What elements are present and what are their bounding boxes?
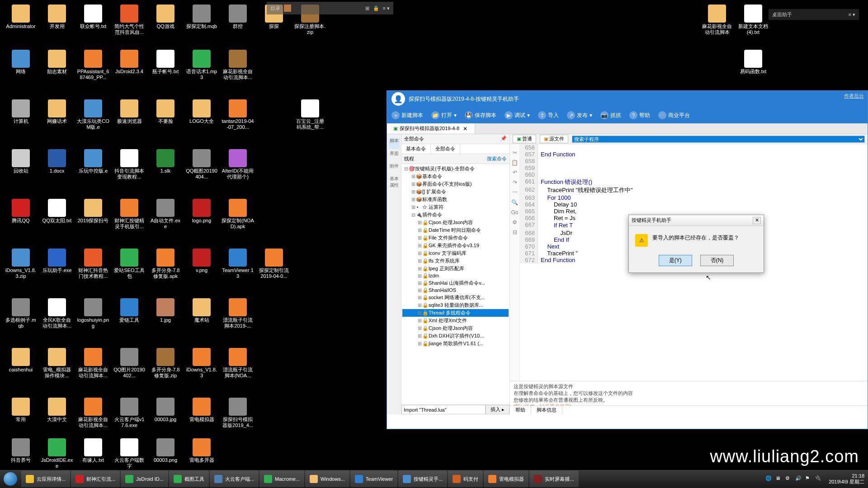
desktop-icon[interactable]: 瓶子帐号.txt bbox=[149, 50, 182, 75]
desktop-icon[interactable]: 爱站SEO工具包 bbox=[113, 249, 146, 279]
desktop-icon[interactable]: QQ双太阳.txt bbox=[41, 199, 73, 224]
toolbar-button[interactable]: 📷抓抓 bbox=[600, 111, 621, 119]
desktop-icon[interactable]: 爱链工具 bbox=[113, 298, 146, 323]
desktop-icon[interactable]: logo.png bbox=[185, 199, 218, 224]
desktop-icon[interactable]: PPAssistant_687469_PP... bbox=[77, 50, 109, 80]
tool-icon[interactable]: 🔍 bbox=[511, 199, 519, 206]
desktop-icon[interactable]: TeamViewer 13 bbox=[222, 249, 254, 279]
desktop-icon[interactable]: 探探定制(NOAD).apk bbox=[222, 199, 254, 230]
tree-item[interactable]: ⊞🔒Dxh DXH识字插件(V10... bbox=[402, 332, 509, 340]
desktop-icon[interactable]: 极速浏览器 bbox=[113, 99, 146, 124]
desktop-icon[interactable]: tantan2019-04-07_200... bbox=[222, 99, 254, 130]
yes-button[interactable]: 是(Y) bbox=[659, 255, 692, 266]
taskbar-item[interactable]: 云应用详情... bbox=[21, 471, 70, 487]
tree-item[interactable]: ⊞🔒iconv 文字编码库 bbox=[402, 249, 509, 257]
tree-item[interactable]: ⊞📦标准库函数 bbox=[402, 196, 509, 203]
desktop-icon[interactable]: 群控 bbox=[222, 5, 254, 29]
tree-item[interactable]: ⊞⋆☆ 运算符 bbox=[402, 203, 509, 211]
desktop-icon[interactable]: 百宝云_注册码系统_帮... bbox=[294, 99, 326, 130]
desktop-icon[interactable]: 00003.png bbox=[149, 438, 182, 463]
desktop-icon[interactable]: QQ图片20190402... bbox=[113, 348, 146, 379]
lock-icon[interactable]: 🔒 bbox=[373, 5, 379, 11]
tree-item[interactable]: ⊟🔌插件命令 bbox=[402, 211, 509, 219]
desktop-icon[interactable]: 开发用 bbox=[41, 5, 73, 29]
desktop-icon[interactable]: 1.jpg bbox=[149, 298, 182, 323]
tool-icon[interactable]: 〰 bbox=[511, 189, 519, 197]
desktop-icon[interactable]: 网络 bbox=[5, 50, 37, 75]
desktop-icon[interactable]: Administrator bbox=[5, 5, 37, 29]
toolbar-button[interactable]: ⇪导入 bbox=[538, 111, 559, 119]
desktop-icon[interactable]: 雷电_模拟器操作模块... bbox=[41, 348, 73, 379]
tool-icon[interactable]: ⚙ bbox=[511, 219, 519, 226]
desktop-icon[interactable]: 麻花影视全自动引流脚本... bbox=[222, 50, 254, 80]
leftnav-item[interactable]: 附件 bbox=[389, 163, 400, 174]
file-tab[interactable]: ▣ 探探扫号模拟器版2019-4-8 ✕ bbox=[387, 123, 475, 134]
tray-icon[interactable]: 🔌 bbox=[815, 475, 822, 483]
tray-icon[interactable]: 🌐 bbox=[765, 475, 773, 483]
status-help[interactable]: 帮助 bbox=[510, 406, 531, 414]
desktop-icon[interactable]: 抖音引流脚本变现教程... bbox=[113, 149, 146, 180]
search-cmd-link[interactable]: 搜索命令 bbox=[487, 155, 507, 162]
tree-item[interactable]: ⊞🔒lzdm bbox=[402, 272, 509, 279]
tree-item[interactable]: ⊞🔒jiange 简歌插件V1.61 (... bbox=[402, 340, 509, 347]
tree-item[interactable]: ⊞🔒Thread 多线程命令 bbox=[402, 309, 509, 317]
no-button[interactable]: 否(N) bbox=[700, 255, 734, 266]
desktop-icon[interactable]: 励志素材 bbox=[41, 50, 73, 75]
author-backend-link[interactable]: 作者后台 bbox=[844, 93, 864, 99]
start-button[interactable] bbox=[0, 470, 21, 488]
tool-icon[interactable]: 📋 bbox=[511, 160, 519, 167]
tree-item[interactable]: ⊞📦界面命令(不支持ios版) bbox=[402, 180, 509, 188]
desktop-icon[interactable]: logoshuiyin.png bbox=[77, 298, 109, 329]
desktop-icon[interactable]: 魔术站 bbox=[185, 298, 218, 323]
tab-basic-cmd[interactable]: 基本命令 bbox=[401, 144, 431, 154]
desktop-icon[interactable]: 财神汇按键精灵手机版引... bbox=[113, 199, 146, 230]
dialog-close-button[interactable]: ✕ bbox=[753, 217, 761, 224]
tray-icon[interactable]: 🖥 bbox=[775, 475, 783, 483]
desktop-icon[interactable]: 探探扫号模拟器版2019_4... bbox=[222, 398, 254, 428]
desktop-icon[interactable]: 1.slk bbox=[149, 149, 182, 174]
tree-item[interactable]: ⊞🔒GK 果壳插件命令v3.19 bbox=[402, 242, 509, 249]
toolbar-button[interactable]: ↗发布▾ bbox=[567, 111, 592, 119]
desktop-icon[interactable]: 探探定制.mqb bbox=[185, 5, 218, 29]
desktop-icon[interactable]: 网赚话术 bbox=[41, 99, 73, 124]
top-menu-bar[interactable]: 目录 ⊞ 🔒 ≡ ▾ bbox=[267, 2, 393, 14]
sub-search-select[interactable]: 搜索子程序 bbox=[572, 136, 865, 143]
desktop-icon[interactable]: 大漠中文 bbox=[41, 398, 73, 422]
desktop-icon[interactable]: A自动文件.exe bbox=[149, 199, 182, 230]
desktop-assistant-tray[interactable]: 桌面助手 ≡ ▾ bbox=[769, 9, 859, 20]
taskbar-item[interactable]: 火云客户端... bbox=[210, 471, 259, 487]
desktop-icon[interactable]: 麻花影视全自动引流脚本... bbox=[77, 348, 109, 379]
taskbar-item[interactable]: 实时屏幕捕... bbox=[529, 471, 578, 487]
desktop-icon[interactable]: v.png bbox=[185, 249, 218, 273]
dialog-titlebar[interactable]: 按键精灵手机助手 ✕ bbox=[629, 215, 764, 226]
desktop-icon[interactable]: 雷电模拟器 bbox=[185, 398, 218, 422]
desktop-icon[interactable]: 易码函数.txt bbox=[737, 50, 769, 75]
insert-button[interactable]: 插入 ▸ bbox=[486, 405, 509, 414]
desktop-icon[interactable]: 火云客户端v17.6.exe bbox=[113, 398, 146, 428]
toolbar-button[interactable]: 🛒商业平台 bbox=[658, 111, 690, 119]
toolbar-button[interactable]: 📁打开▾ bbox=[431, 111, 457, 119]
tree-item[interactable]: ⊞🔒ShanHai 山海插件命令v... bbox=[402, 279, 509, 287]
desktop-icon[interactable]: 常用 bbox=[5, 398, 37, 422]
desktop-icon[interactable]: 简约大气个性范抖音风自... bbox=[113, 5, 146, 35]
leftnav-item[interactable]: 脚本 bbox=[389, 138, 400, 149]
desktop-icon[interactable]: QQ游戏 bbox=[149, 5, 182, 29]
desktop-icon[interactable]: AlterID(不能用代理那个) bbox=[222, 149, 254, 180]
desktop-icon[interactable]: QQ截图20190404... bbox=[185, 149, 218, 180]
import-input[interactable] bbox=[401, 405, 486, 414]
tree-item[interactable]: ⊞🔒Xml 处理Xml文件 bbox=[402, 317, 509, 324]
desktop-icon[interactable]: 雷电多开器 bbox=[185, 438, 218, 463]
desktop-icon[interactable]: iDowns_V1.8.3 bbox=[185, 348, 218, 379]
grid-icon[interactable]: ⊞ bbox=[365, 5, 369, 11]
view-source-button[interactable]: ▣源文件 bbox=[540, 135, 568, 143]
desktop-icon[interactable]: 麻花影视全自动引流脚本 bbox=[701, 5, 733, 35]
desktop-icon[interactable]: 语音话术1.mp3 bbox=[185, 50, 218, 80]
desktop-icon[interactable]: 2019探探扫号 bbox=[77, 199, 109, 224]
desktop-icon[interactable]: JsDroid2.3.4 bbox=[113, 50, 146, 75]
desktop-icon[interactable]: 00003.jpg bbox=[149, 398, 182, 422]
desktop-icon[interactable]: LOGO大全 bbox=[185, 99, 218, 124]
tray-icon[interactable]: ⚑ bbox=[805, 475, 812, 483]
tree-item[interactable]: ⊞🔒lfs 文件系统库 bbox=[402, 257, 509, 265]
desktop-icon[interactable]: 全民K歌全自动引流脚本... bbox=[41, 298, 73, 329]
desktop-icon[interactable]: 乐玩助手.exe bbox=[41, 249, 73, 273]
